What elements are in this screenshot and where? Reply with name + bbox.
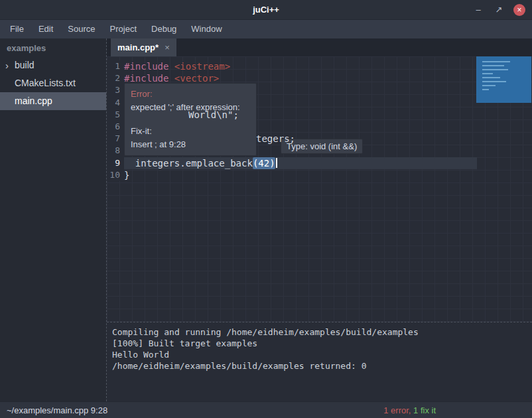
- menu-debug[interactable]: Debug: [144, 20, 184, 38]
- menubar: FileEditSourceProjectDebugWindow: [0, 20, 532, 38]
- restore-button[interactable]: ↗: [493, 4, 505, 16]
- terminal-output[interactable]: Compiling and running /home/eidheim/exam…: [107, 322, 532, 401]
- menu-file[interactable]: File: [3, 20, 31, 38]
- code-editor[interactable]: 1#include <iostream>2#include <vector>34…: [107, 56, 532, 322]
- minimap-line: [482, 77, 500, 78]
- chevron-right-icon[interactable]: ›: [5, 56, 9, 74]
- terminal-line: Hello World: [112, 349, 527, 360]
- terminal-line: [100%] Built target examples: [112, 338, 527, 349]
- tabbar: main.cpp* ×: [107, 38, 532, 56]
- window-controls: – ↗ ×: [472, 4, 532, 16]
- error-count: 1 error,: [383, 405, 411, 415]
- app-window: juCi++ – ↗ × FileEditSourceProjectDebugW…: [0, 0, 532, 418]
- code-line-10[interactable]: 10}: [107, 169, 532, 181]
- menu-window[interactable]: Window: [184, 20, 229, 38]
- line-number: 9: [107, 157, 124, 169]
- statusbar: ~/examples/main.cpp 9:28 1 error, 1 fix …: [0, 401, 532, 418]
- code-line-2[interactable]: 2#include <vector>: [107, 72, 532, 84]
- minimap-line: [482, 61, 510, 62]
- code-line-7[interactable]: 7tegers;: [107, 133, 532, 145]
- file-tree: ›buildCMakeLists.txtmain.cpp: [0, 56, 106, 110]
- text-cursor: [276, 158, 277, 168]
- line-number: 10: [107, 169, 124, 181]
- code-text: integers.emplace_back(42): [124, 157, 277, 169]
- code-line-8[interactable]: 8: [107, 145, 532, 157]
- code-line-4[interactable]: 4: [107, 97, 532, 109]
- code-text: #include <vector>: [124, 72, 219, 84]
- menu-edit[interactable]: Edit: [31, 20, 60, 38]
- terminal-line: /home/eidheim/examples/build/examples re…: [112, 360, 527, 372]
- line-number: 4: [107, 97, 124, 109]
- tree-item-build[interactable]: ›build: [0, 56, 106, 74]
- fixit-count: 1 fix it: [411, 405, 436, 415]
- cursor-location: ~/examples/main.cpp 9:28: [7, 405, 107, 415]
- line-number: 6: [107, 121, 124, 133]
- terminal-line: Compiling and running /home/eidheim/exam…: [112, 326, 527, 338]
- file-sidebar: examples ›buildCMakeLists.txtmain.cpp: [0, 38, 107, 401]
- code-line-6[interactable]: 6: [107, 121, 532, 133]
- minimap-line: [482, 81, 506, 82]
- editor-pane: main.cpp* × 1#include <iostream>2#includ…: [107, 38, 532, 401]
- code-text: World\n";: [124, 109, 239, 121]
- code-text: }: [124, 169, 129, 181]
- diagnostics-summary: 1 error, 1 fix it: [383, 405, 525, 415]
- tree-item-cmakelists-txt[interactable]: CMakeLists.txt: [0, 74, 106, 92]
- code-line-3[interactable]: 3: [107, 84, 532, 96]
- minimap-line: [482, 73, 493, 74]
- code-lines: 1#include <iostream>2#include <vector>34…: [107, 56, 532, 181]
- tab-label: main.cpp*: [117, 42, 159, 52]
- titlebar[interactable]: juCi++ – ↗ ×: [0, 0, 532, 20]
- close-button[interactable]: ×: [513, 4, 525, 16]
- minimap-line: [482, 85, 496, 86]
- tree-item-label: CMakeLists.txt: [15, 78, 76, 88]
- code-line-5[interactable]: 5World\n";: [107, 109, 532, 121]
- tree-item-main-cpp[interactable]: main.cpp: [0, 92, 106, 110]
- menu-source[interactable]: Source: [60, 20, 102, 38]
- menu-project[interactable]: Project: [103, 20, 144, 38]
- minimap[interactable]: [476, 56, 531, 103]
- code-line-1[interactable]: 1#include <iostream>: [107, 60, 532, 72]
- line-number: 2: [107, 72, 124, 84]
- minimap-line: [482, 69, 508, 70]
- code-text: #include <iostream>: [124, 60, 230, 72]
- minimap-line: [482, 89, 489, 90]
- tree-item-label: main.cpp: [15, 96, 52, 106]
- code-line-9[interactable]: 9 integers.emplace_back(42): [107, 157, 532, 169]
- minimap-line: [482, 65, 504, 66]
- line-number: 5: [107, 109, 124, 121]
- main-body: examples ›buildCMakeLists.txtmain.cpp ma…: [0, 38, 532, 401]
- line-number: 8: [107, 145, 124, 157]
- minimize-button[interactable]: –: [472, 4, 484, 16]
- tree-item-label: build: [15, 60, 34, 70]
- code-text: tegers;: [124, 133, 295, 145]
- tab-main-cpp[interactable]: main.cpp* ×: [111, 38, 176, 56]
- line-number: 1: [107, 60, 124, 72]
- project-name: examples: [0, 38, 106, 56]
- window-title: juCi++: [0, 5, 532, 15]
- line-number: 7: [107, 133, 124, 145]
- line-number: 3: [107, 84, 124, 96]
- tab-close-icon[interactable]: ×: [165, 42, 170, 52]
